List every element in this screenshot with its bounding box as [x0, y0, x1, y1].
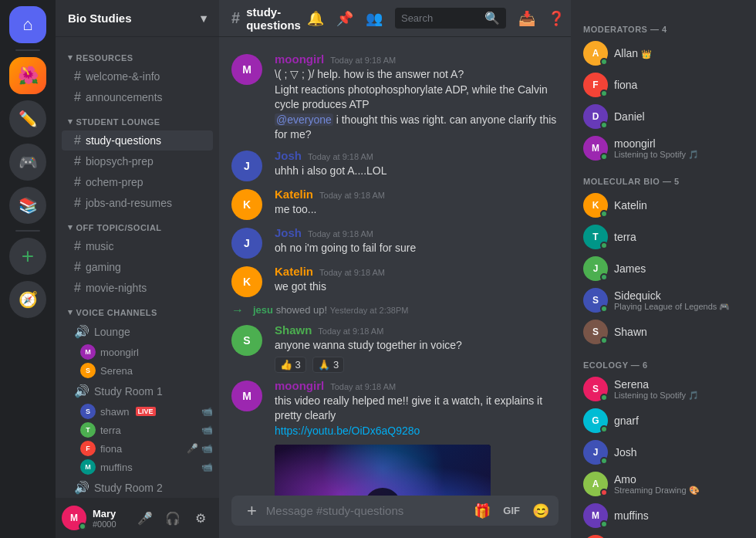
member-info: Allan 👑 — [614, 47, 652, 59]
gif-icon[interactable]: GIF — [500, 502, 523, 519]
add-file-icon[interactable]: + — [244, 498, 260, 524]
voice-study-room-1[interactable]: 🔊 Study Room 1 — [62, 381, 213, 401]
speaker-icon: 🔊 — [74, 324, 89, 339]
message-timestamp: Today at 9:18 AM — [319, 191, 385, 200]
avatar: J — [231, 151, 262, 181]
server-icon-home[interactable]: ⌂ — [9, 6, 46, 43]
member-item-shawn[interactable]: S Shawn — [577, 316, 750, 347]
server-header[interactable]: Bio Studies ▾ — [56, 0, 219, 37]
member-item-katelin[interactable]: K Katelin — [577, 190, 750, 221]
avatar: M — [231, 381, 262, 411]
avatar: M — [583, 136, 608, 161]
inbox-icon[interactable]: 📥 — [518, 10, 535, 27]
gift-icon[interactable]: 🎁 — [471, 499, 494, 523]
voice-user-muffins[interactable]: M muffins 📹 — [56, 458, 219, 476]
message-author: Shawn — [275, 323, 312, 337]
avatar: S — [583, 288, 608, 313]
voice-user-fiona[interactable]: F fiona 🎤 📹 — [56, 439, 219, 458]
notification-bell-icon[interactable]: 🔔 — [307, 10, 324, 27]
search-input[interactable] — [401, 12, 481, 24]
message-author: moongirl — [275, 379, 324, 392]
category-off-topic[interactable]: ▾ OFF TOPIC/SOCIAL — [56, 219, 219, 235]
reaction[interactable]: 👍 3 — [275, 357, 306, 373]
channel-study-questions[interactable]: # study-questions 👤 ⚙ — [62, 130, 213, 151]
mute-icon: 🎤 — [187, 443, 198, 454]
server-icon-pencil[interactable]: ✏️ — [9, 100, 46, 137]
channel-jobs-resumes[interactable]: # jobs-and-resumes — [62, 193, 213, 213]
reaction[interactable]: 🙏 3 — [312, 357, 344, 373]
message-text: oh no i'm going to fail for sure — [275, 241, 559, 256]
channel-gaming[interactable]: # gaming — [62, 257, 213, 277]
member-item-muffins[interactable]: M muffins — [577, 500, 750, 531]
message-header: moongirl Today at 9:18 AM — [275, 52, 559, 66]
member-item-daniel[interactable]: D Daniel — [577, 101, 750, 132]
server-icon-game[interactable]: 🎮 — [9, 144, 46, 181]
avatar: K — [231, 266, 262, 297]
avatar: S — [80, 363, 96, 378]
pin-icon[interactable]: 📌 — [336, 10, 353, 27]
user-info: Mary #0000 — [93, 508, 127, 529]
message-header: moongirl Today at 9:18 AM — [275, 379, 559, 392]
help-icon[interactable]: ❓ — [548, 10, 565, 27]
member-item-terra[interactable]: T terra — [577, 222, 750, 252]
voice-user-shawn[interactable]: S shawn LIVE 📹 — [56, 402, 219, 421]
channel-welcome-info[interactable]: # welcome-&-info — [62, 66, 213, 86]
server-icon-explore[interactable]: 🧭 — [9, 281, 46, 318]
message-text: this video really helped me!! give it a … — [275, 394, 559, 424]
channel-movie-nights[interactable]: # movie-nights — [62, 278, 213, 298]
category-student-lounge[interactable]: ▾ STUDENT LOUNGE — [56, 113, 219, 130]
add-person-icon[interactable]: 👤 — [179, 134, 191, 147]
emoji-icon[interactable]: 😊 — [529, 499, 552, 523]
member-item-amo[interactable]: A Amo Streaming Drawing 🎨 — [577, 469, 750, 499]
video-embed[interactable]: ▶ — [275, 445, 491, 496]
voice-study-room-2[interactable]: 🔊 Study Room 2 — [62, 477, 213, 498]
message-content: Shawn Today at 9:18 AM anyone wanna stud… — [275, 323, 559, 373]
member-status: Listening to Spotify 🎵 — [614, 391, 699, 401]
channel-announcements[interactable]: # announcements — [62, 87, 213, 107]
members-icon[interactable]: 👥 — [366, 10, 383, 27]
video-icon: 📹 — [201, 425, 213, 435]
settings-button[interactable]: ⚙ — [188, 506, 213, 530]
voice-user-serena[interactable]: S Serena — [56, 361, 219, 380]
voice-user-terra[interactable]: T terra 📹 — [56, 421, 219, 439]
status-dot — [600, 153, 608, 161]
channel-ochem-prep[interactable]: # ochem-prep — [62, 172, 213, 192]
message-timestamp: Today at 9:18 AM — [319, 268, 385, 277]
member-item-gnarf[interactable]: G gnarf — [577, 405, 750, 436]
user-avatar: M — [62, 506, 86, 530]
speaker-icon: 🔊 — [74, 384, 89, 398]
category-voice[interactable]: ▾ VOICE CHANNELS — [56, 304, 219, 320]
channel-music[interactable]: # music — [62, 236, 213, 256]
voice-lounge[interactable]: 🔊 Lounge — [62, 321, 213, 342]
deafen-button[interactable]: 🎧 — [160, 506, 185, 530]
member-item-james[interactable]: J James — [577, 253, 750, 284]
member-item-courtney[interactable]: C Courtney — [577, 532, 750, 538]
message-input[interactable] — [266, 496, 464, 526]
category-resources[interactable]: ▾ RESOURCES — [56, 49, 219, 66]
server-icon-bio[interactable]: 🌺 — [9, 57, 46, 94]
server-icon-book[interactable]: 📚 — [9, 187, 46, 224]
member-item-serena[interactable]: S Serena Listening to Spotify 🎵 — [577, 374, 750, 404]
voice-user-moongirl[interactable]: M moongirl — [56, 343, 219, 361]
member-status: Listening to Spotify 🎵 — [614, 150, 699, 160]
user-panel: M Mary #0000 🎤 🎧 ⚙ — [56, 498, 219, 538]
member-item-josh[interactable]: J Josh — [577, 437, 750, 468]
hash-icon: # — [74, 134, 81, 147]
status-dot — [600, 90, 608, 97]
member-item-sidequick[interactable]: S Sidequick Playing League of Legends 🎮 — [577, 285, 750, 316]
member-item-fiona[interactable]: F fiona — [577, 69, 750, 100]
header-search[interactable]: 🔍 — [395, 8, 506, 29]
message-group: S Shawn Today at 9:18 AM anyone wanna st… — [219, 320, 571, 376]
member-item-moongirl[interactable]: M moongirl Listening to Spotify 🎵 — [577, 133, 750, 164]
message-timestamp: Today at 9:18 AM — [318, 327, 383, 336]
channel-list: ▾ RESOURCES # welcome-&-info # announcem… — [56, 37, 219, 498]
server-icon-add[interactable]: + — [9, 238, 46, 275]
settings-icon[interactable]: ⚙ — [194, 134, 207, 147]
mute-button[interactable]: 🎤 — [133, 506, 157, 530]
avatar: J — [583, 256, 608, 281]
video-link[interactable]: https://youtu.be/OiDx6aQ928o — [275, 425, 420, 437]
message-author: moongirl — [275, 52, 324, 66]
hash-icon: # — [74, 281, 81, 295]
channel-biopsych-prep[interactable]: # biopsych-prep — [62, 151, 213, 171]
member-item-allan[interactable]: A Allan 👑 — [577, 38, 750, 69]
